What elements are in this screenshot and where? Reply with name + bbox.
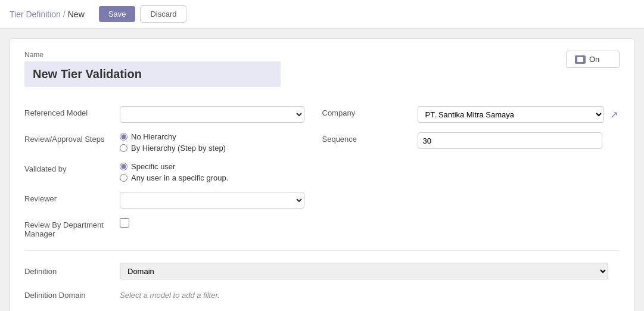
- review-by-dept-control: [120, 218, 322, 228]
- referenced-model-label: Referenced Model: [24, 106, 120, 117]
- bottom-section: Definition Domain Definition Domain Sele…: [24, 258, 620, 306]
- form-grid: Referenced Model Review/Approval Steps N…: [24, 101, 620, 243]
- company-control: PT. Santika Mitra Samaya ↗: [418, 106, 620, 123]
- definition-control: Domain: [120, 263, 620, 279]
- definition-label: Definition: [24, 267, 120, 276]
- sequence-label: Sequence: [322, 132, 418, 144]
- company-select[interactable]: PT. Santika Mitra Samaya: [418, 106, 605, 123]
- radio-specific-user-input[interactable]: [120, 163, 127, 170]
- definition-domain-text: Select a model to add a filter.: [120, 291, 220, 300]
- breadcrumb: Tier Definition / New: [10, 10, 85, 19]
- definition-row: Definition Domain: [24, 258, 620, 284]
- radio-specific-user[interactable]: Specific user: [120, 162, 322, 171]
- sequence-input[interactable]: [418, 132, 602, 149]
- review-by-dept-label: Review By Department Manager: [24, 218, 120, 238]
- radio-by-hierarchy-input[interactable]: [120, 144, 127, 152]
- radio-no-hierarchy-label: No Hierarchy: [131, 132, 176, 141]
- radio-any-user-group-input[interactable]: [120, 174, 127, 182]
- sequence-row: Sequence: [322, 127, 620, 154]
- breadcrumb-current: New: [68, 10, 85, 19]
- referenced-model-row: Referenced Model: [24, 101, 322, 127]
- form-card: Name On Referenced Model: [10, 38, 634, 311]
- review-by-dept-row: Review By Department Manager: [24, 213, 322, 243]
- definition-domain-label: Definition Domain: [24, 291, 120, 300]
- company-row: Company PT. Santika Mitra Samaya ↗: [322, 101, 620, 127]
- referenced-model-select[interactable]: [120, 106, 304, 123]
- review-approval-control: No Hierarchy By Hierarchy (Step by step): [120, 132, 322, 153]
- external-link-icon[interactable]: ↗: [608, 108, 620, 120]
- name-field: Name: [24, 51, 566, 87]
- toggle-icon: [575, 55, 586, 64]
- name-input[interactable]: [24, 61, 281, 87]
- save-button[interactable]: Save: [99, 6, 136, 22]
- toggle-label: On: [589, 55, 599, 64]
- radio-by-hierarchy[interactable]: By Hierarchy (Step by step): [120, 144, 322, 153]
- radio-no-hierarchy-input[interactable]: [120, 133, 127, 141]
- reviewer-control: [120, 192, 322, 209]
- discard-button[interactable]: Discard: [140, 5, 186, 23]
- reviewer-row: Reviewer: [24, 187, 322, 213]
- radio-any-user-group[interactable]: Any user in a specific group.: [120, 173, 322, 182]
- sequence-control: [418, 132, 620, 149]
- radio-any-user-group-label: Any user in a specific group.: [131, 173, 228, 182]
- radio-no-hierarchy[interactable]: No Hierarchy: [120, 132, 322, 141]
- toggle-button[interactable]: On: [566, 51, 620, 68]
- breadcrumb-parent[interactable]: Tier Definition: [10, 10, 61, 19]
- definition-select[interactable]: Domain: [120, 263, 608, 279]
- review-approval-label: Review/Approval Steps: [24, 132, 120, 144]
- radio-by-hierarchy-label: By Hierarchy (Step by step): [131, 144, 226, 153]
- form-left: Referenced Model Review/Approval Steps N…: [24, 101, 322, 243]
- definition-domain-row: Definition Domain Select a model to add …: [24, 284, 620, 306]
- company-label: Company: [322, 106, 418, 117]
- divider: [24, 250, 620, 251]
- review-by-dept-checkbox[interactable]: [120, 218, 129, 228]
- definition-domain-control: Select a model to add a filter.: [120, 291, 620, 300]
- referenced-model-control: [120, 106, 322, 123]
- reviewer-label: Reviewer: [24, 192, 120, 203]
- breadcrumb-separator: /: [63, 10, 66, 19]
- main-content: Name On Referenced Model: [0, 29, 644, 311]
- name-section: Name On: [24, 51, 620, 87]
- validated-by-control: Specific user Any user in a specific gro…: [120, 162, 322, 182]
- top-bar: Tier Definition / New Save Discard: [0, 0, 644, 29]
- validated-by-label: Validated by: [24, 162, 120, 173]
- company-row-inner: PT. Santika Mitra Samaya ↗: [418, 106, 620, 123]
- radio-specific-user-label: Specific user: [131, 162, 175, 171]
- form-right: Company PT. Santika Mitra Samaya ↗ Seque…: [322, 101, 620, 243]
- review-approval-row: Review/Approval Steps No Hierarchy By Hi…: [24, 127, 322, 157]
- reviewer-select[interactable]: [120, 192, 304, 209]
- validated-by-row: Validated by Specific user Any user in a…: [24, 157, 322, 187]
- name-label: Name: [24, 51, 566, 59]
